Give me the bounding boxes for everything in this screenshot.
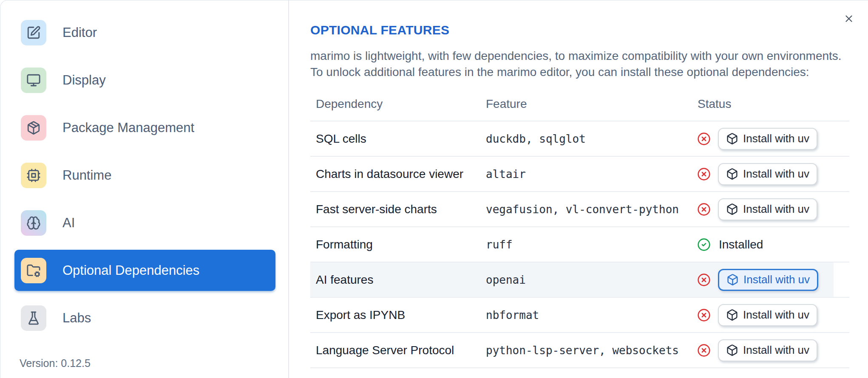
- dependency-cell: Fast server-side charts: [310, 203, 486, 216]
- status-cell: Installed: [697, 238, 849, 251]
- circle-x-icon: [697, 308, 711, 322]
- install-with-uv-button[interactable]: Install with uv: [718, 163, 817, 185]
- column-header-feature: Feature: [486, 97, 697, 111]
- square-pen-icon: [26, 25, 41, 40]
- sidebar-item-label: AI: [62, 215, 75, 231]
- dependencies-table: Dependency Feature Status SQL cells duck…: [310, 87, 849, 368]
- circle-x-icon: [697, 167, 711, 181]
- settings-sidebar: Editor Display Package Management Runtim…: [0, 0, 289, 378]
- sidebar-item-label: Package Management: [62, 120, 194, 135]
- flask-icon: [26, 311, 41, 325]
- sidebar-item-icon-box: [21, 68, 46, 93]
- install-button-label: Install with uv: [743, 167, 809, 181]
- box-icon: [726, 344, 738, 356]
- cpu-icon: [26, 168, 41, 183]
- sidebar-nav: Editor Display Package Management Runtim…: [0, 12, 288, 339]
- table-row: AI features openai Install with uv: [310, 262, 849, 297]
- sidebar-item-icon-box: [21, 115, 46, 141]
- install-with-uv-button[interactable]: Install with uv: [718, 304, 817, 326]
- sidebar-item-icon-box: [21, 258, 46, 283]
- dependency-cell: AI features: [310, 273, 486, 287]
- sidebar-item-runtime[interactable]: Runtime: [14, 155, 275, 196]
- table-row: Formatting ruff Installed: [310, 226, 849, 262]
- install-with-uv-button[interactable]: Install with uv: [718, 269, 818, 291]
- table-row: SQL cells duckdb, sqlglot Install with u…: [310, 121, 849, 156]
- package-icon: [26, 121, 41, 135]
- status-cell: Install with uv: [697, 339, 849, 361]
- page-title: OPTIONAL FEATURES: [310, 23, 449, 37]
- sidebar-item-label: Display: [62, 73, 106, 88]
- circle-x-icon: [697, 273, 711, 287]
- circle-x-icon: [697, 203, 711, 216]
- panel-description: marimo is lightweight, with few dependen…: [310, 48, 861, 80]
- circle-x-icon: [697, 344, 711, 357]
- sidebar-item-label: Runtime: [62, 168, 111, 183]
- status-cell: Install with uv: [697, 198, 849, 220]
- install-button-label: Install with uv: [743, 273, 810, 286]
- sidebar-item-optional-dependencies[interactable]: Optional Dependencies: [14, 250, 275, 291]
- table-body: SQL cells duckdb, sqlglot Install with u…: [310, 121, 849, 368]
- box-icon: [726, 168, 738, 180]
- feature-cell: vegafusion, vl-convert-python: [486, 203, 697, 216]
- feature-cell: nbformat: [486, 309, 697, 322]
- dependency-cell: Language Server Protocol: [310, 344, 486, 357]
- settings-dialog: Editor Display Package Management Runtim…: [0, 0, 868, 378]
- column-header-dependency: Dependency: [310, 97, 486, 111]
- install-with-uv-button[interactable]: Install with uv: [718, 128, 817, 150]
- sidebar-item-icon-box: [21, 210, 46, 236]
- table-row: Export as IPYNB nbformat Install with uv: [310, 297, 849, 332]
- sidebar-item-label: Labs: [62, 310, 91, 326]
- install-button-label: Install with uv: [743, 203, 809, 216]
- close-button[interactable]: [842, 12, 856, 25]
- install-with-uv-button[interactable]: Install with uv: [718, 198, 817, 220]
- box-icon: [726, 309, 738, 321]
- feature-cell: altair: [486, 168, 697, 181]
- status-cell: Install with uv: [697, 304, 849, 326]
- sidebar-item-icon-box: [21, 305, 46, 331]
- install-button-label: Install with uv: [743, 132, 809, 145]
- sidebar-item-ai[interactable]: AI: [14, 202, 275, 243]
- sidebar-item-display[interactable]: Display: [14, 59, 275, 101]
- box-icon: [726, 133, 738, 145]
- version-label: Version: 0.12.5: [20, 357, 91, 370]
- table-row: Fast server-side charts vegafusion, vl-c…: [310, 191, 849, 226]
- circle-check-icon: [697, 238, 711, 251]
- status-cell: Install with uv: [697, 269, 849, 291]
- table-header: Dependency Feature Status: [310, 87, 849, 121]
- status-cell: Install with uv: [697, 163, 849, 185]
- status-cell: Install with uv: [697, 128, 849, 150]
- install-button-label: Install with uv: [743, 344, 809, 357]
- sidebar-item-label: Editor: [62, 25, 97, 40]
- installed-status: Installed: [697, 238, 763, 251]
- box-icon: [726, 274, 739, 286]
- sidebar-item-package-management[interactable]: Package Management: [14, 107, 275, 148]
- folder-cog-icon: [26, 263, 41, 278]
- table-row: Language Server Protocol python-lsp-serv…: [310, 332, 849, 368]
- feature-cell: openai: [486, 274, 697, 286]
- dependency-cell: Export as IPYNB: [310, 308, 486, 322]
- dependency-cell: Formatting: [310, 238, 486, 251]
- monitor-icon: [26, 73, 41, 87]
- sidebar-item-editor[interactable]: Editor: [14, 12, 275, 53]
- table-row: Charts in datasource viewer altair Insta…: [310, 156, 849, 191]
- installed-label: Installed: [719, 238, 763, 251]
- sidebar-item-icon-box: [21, 20, 46, 45]
- brain-icon: [26, 216, 41, 230]
- feature-cell: python-lsp-server, websockets: [486, 344, 697, 357]
- column-header-status: Status: [697, 97, 849, 111]
- dependency-cell: SQL cells: [310, 132, 486, 146]
- dependency-cell: Charts in datasource viewer: [310, 167, 486, 181]
- install-button-label: Install with uv: [743, 308, 809, 322]
- optional-features-panel: OPTIONAL FEATURES marimo is lightweight,…: [289, 0, 868, 378]
- sidebar-item-icon-box: [21, 163, 46, 188]
- feature-cell: duckdb, sqlglot: [486, 133, 697, 145]
- sidebar-item-label: Optional Dependencies: [62, 263, 199, 278]
- circle-x-icon: [697, 132, 711, 146]
- close-icon: [843, 13, 854, 24]
- sidebar-item-labs[interactable]: Labs: [14, 297, 275, 339]
- feature-cell: ruff: [486, 238, 697, 251]
- install-with-uv-button[interactable]: Install with uv: [718, 339, 817, 361]
- box-icon: [726, 203, 738, 215]
